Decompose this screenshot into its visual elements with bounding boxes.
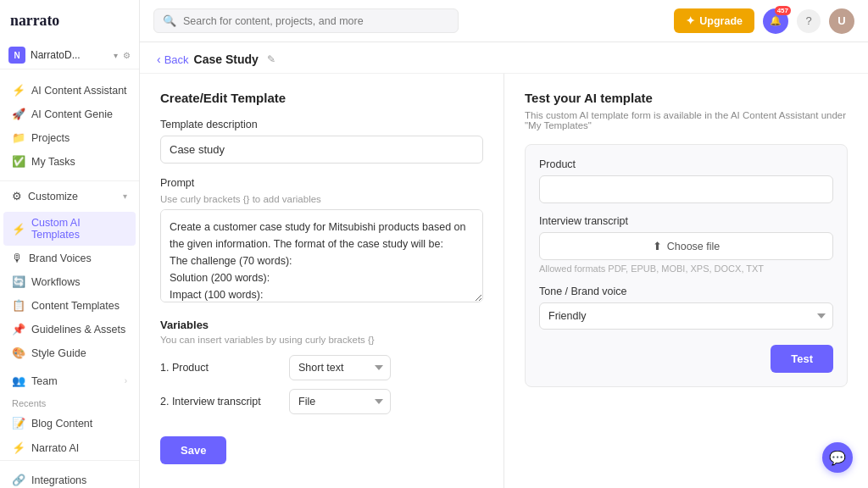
variable-2-type-select[interactable]: Short text Long text File Number <box>289 389 391 414</box>
sidebar-item-label: Narrato AI <box>31 442 127 454</box>
customize-nav: ⚡ Custom AI Templates 🎙 Brand Voices 🔄 W… <box>0 208 139 369</box>
bell-icon: 🔔 <box>770 15 782 26</box>
content-templates-icon: 📋 <box>12 299 25 312</box>
breadcrumb-title: Case Study <box>194 53 259 66</box>
two-col-layout: Create/Edit Template Template descriptio… <box>140 74 868 488</box>
prompt-label: Prompt <box>160 177 483 189</box>
workspace-avatar: N <box>8 47 25 64</box>
tasks-icon: ✅ <box>12 155 25 168</box>
sidebar-item-brand-voices[interactable]: 🎙 Brand Voices <box>3 247 136 269</box>
customize-chevron-icon: ▾ <box>123 191 127 201</box>
sidebar-item-label: Brand Voices <box>29 252 127 264</box>
template-desc-input[interactable] <box>160 136 483 164</box>
workspace-selector[interactable]: N NarratoD... ▾ ⚙ <box>0 42 139 69</box>
upgrade-button[interactable]: ✦ Upgrade <box>674 8 754 33</box>
customize-label: Customize <box>28 191 78 202</box>
save-button[interactable]: Save <box>160 436 226 464</box>
breadcrumb: ‹ Back Case Study ✎ <box>140 42 868 74</box>
projects-icon: 📁 <box>12 131 25 144</box>
search-bar[interactable]: 🔍 <box>153 8 459 33</box>
upload-icon: ⬆ <box>653 240 662 252</box>
sidebar-item-workflows[interactable]: 🔄 Workflows <box>3 270 136 293</box>
ai-content-assistant-icon: ⚡ <box>12 84 25 97</box>
left-panel: Create/Edit Template Template descriptio… <box>140 74 504 488</box>
template-desc-label: Template description <box>160 119 483 130</box>
narrato-ai-icon: ⚡ <box>12 441 25 454</box>
variable-2-label: 2. Interview transcript <box>160 396 279 408</box>
prompt-textarea[interactable]: Create a customer case study for Mitsubi… <box>160 209 483 302</box>
sidebar-item-label: AI Content Genie <box>31 108 127 120</box>
recents-label: Recents <box>0 393 139 411</box>
ai-content-genie-icon: 🚀 <box>12 108 25 120</box>
left-panel-title: Create/Edit Template <box>160 91 483 105</box>
edit-icon[interactable]: ✎ <box>267 53 275 65</box>
sidebar-item-ai-content-assistant[interactable]: ⚡ AI Content Assistant <box>3 79 136 102</box>
sidebar-item-guidelines-assets[interactable]: 📌 Guidelines & Assets <box>3 318 136 341</box>
choose-file-button[interactable]: ⬆ Choose file <box>539 232 833 260</box>
customize-group-header[interactable]: ⚙ Customize ▾ <box>3 186 136 207</box>
workspace-chevron-icon[interactable]: ▾ <box>114 51 118 60</box>
test-form: Product Interview transcript ⬆ Choose fi… <box>525 144 848 387</box>
custom-ai-icon: ⚡ <box>12 223 25 236</box>
prompt-hint: Use curly brackets {} to add variables <box>160 194 483 204</box>
sidebar-bottom: 🔗 Integrations 💻 Request demo 👥 Invite t… <box>0 460 139 488</box>
variable-row: 1. Product Short text Long text File Num… <box>160 355 483 380</box>
upgrade-icon: ✦ <box>686 14 695 27</box>
sidebar-item-label: Custom AI Templates <box>31 217 127 241</box>
notifications-button[interactable]: 🔔 457 <box>763 8 788 34</box>
blog-icon: 📝 <box>12 417 25 430</box>
sidebar-item-custom-ai-templates[interactable]: ⚡ Custom AI Templates <box>3 212 136 246</box>
customize-icon: ⚙ <box>12 190 22 202</box>
sidebar-item-blog-content[interactable]: 📝 Blog Content <box>3 412 136 435</box>
search-icon: 🔍 <box>163 14 176 27</box>
prompt-group: Prompt Use curly brackets {} to add vari… <box>160 177 483 305</box>
file-format-hint: Allowed formats PDF, EPUB, MOBI, XPS, DO… <box>539 263 833 274</box>
transcript-group: Interview transcript ⬆ Choose file Allow… <box>539 215 833 274</box>
sidebar-item-content-templates[interactable]: 📋 Content Templates <box>3 294 136 317</box>
search-input[interactable] <box>183 15 449 27</box>
upload-label: Choose file <box>667 241 721 252</box>
sidebar-item-narrato-ai[interactable]: ⚡ Narrato AI <box>3 436 136 459</box>
product-input[interactable] <box>539 175 833 203</box>
help-icon: ? <box>805 14 811 27</box>
sidebar-item-integrations[interactable]: 🔗 Integrations <box>3 469 136 488</box>
sidebar-item-my-tasks[interactable]: ✅ My Tasks <box>3 150 136 173</box>
brand-voice-label: Tone / Brand voice <box>539 286 833 297</box>
variable-1-type-select[interactable]: Short text Long text File Number <box>289 355 391 380</box>
test-button[interactable]: Test <box>771 345 833 373</box>
brand-voices-icon: 🎙 <box>12 252 23 264</box>
sidebar-item-label: Guidelines & Assets <box>31 324 127 336</box>
variables-section: Variables You can insert variables by us… <box>160 319 483 414</box>
main-content: 🔍 ✦ Upgrade 🔔 457 ? U ‹ Back Case St <box>140 0 868 488</box>
user-avatar[interactable]: U <box>829 8 854 34</box>
brand-voice-group: Tone / Brand voice Friendly Professional… <box>539 286 833 330</box>
back-chevron-icon: ‹ <box>157 53 161 66</box>
sidebar-item-label: Integrations <box>31 474 127 486</box>
sidebar-item-team[interactable]: 👥 Team › <box>3 369 136 392</box>
workspace-gear-icon[interactable]: ⚙ <box>123 51 131 60</box>
notification-badge: 457 <box>775 6 791 15</box>
workspace-name: NarratoD... <box>31 49 108 61</box>
sidebar-item-style-guide[interactable]: 🎨 Style Guide <box>3 341 136 364</box>
product-group: Product <box>539 158 833 203</box>
team-icon: 👥 <box>12 374 25 387</box>
topbar-right: ✦ Upgrade 🔔 457 ? U <box>674 8 854 34</box>
sidebar-item-projects[interactable]: 📁 Projects <box>3 126 136 149</box>
transcript-label: Interview transcript <box>539 215 833 227</box>
sidebar-item-ai-content-genie[interactable]: 🚀 AI Content Genie <box>3 103 136 125</box>
right-panel-title: Test your AI template <box>525 91 848 105</box>
workflows-icon: 🔄 <box>12 275 25 288</box>
team-arrow-icon: › <box>125 376 127 385</box>
back-link[interactable]: ‹ Back <box>157 53 189 66</box>
help-button[interactable]: ? <box>797 9 821 33</box>
sidebar-item-label: Style Guide <box>31 347 127 359</box>
product-label: Product <box>539 158 833 170</box>
sidebar-item-label: Projects <box>31 132 127 144</box>
right-panel: Test your AI template This custom AI tem… <box>504 74 868 488</box>
topbar: 🔍 ✦ Upgrade 🔔 457 ? U <box>140 0 868 42</box>
guidelines-icon: 📌 <box>12 323 25 336</box>
chat-bubble-button[interactable]: 💬 <box>822 442 853 473</box>
template-desc-group: Template description <box>160 119 483 164</box>
brand-voice-select[interactable]: Friendly Professional Casual Formal <box>539 302 833 330</box>
variables-title: Variables <box>160 319 483 331</box>
